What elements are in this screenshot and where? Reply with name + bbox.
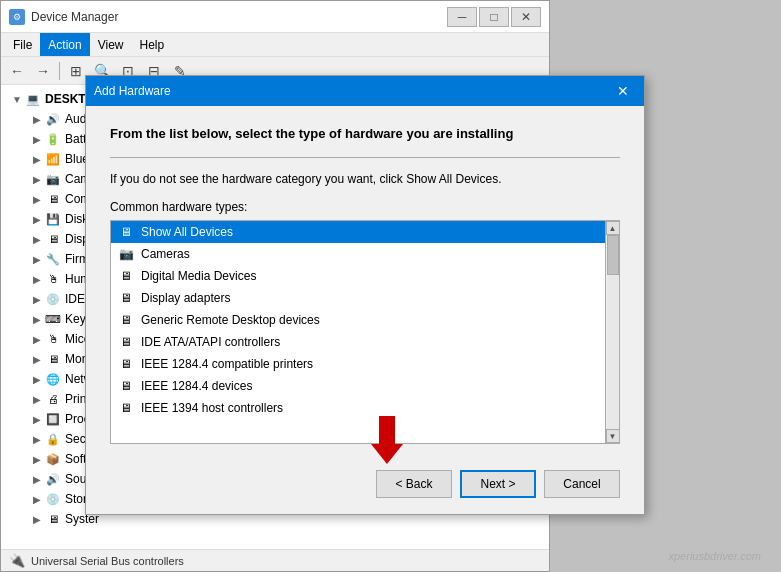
ieee-devices-icon: 🖥 — [117, 377, 135, 395]
list-label: Common hardware types: — [110, 200, 620, 214]
storage-icon: 💿 — [45, 491, 61, 507]
next-button[interactable]: Next > — [460, 470, 536, 498]
dialog-title-bar: Add Hardware ✕ — [86, 76, 644, 106]
generic-remote-icon: 🖥 — [117, 311, 135, 329]
bluetooth-icon: 📶 — [45, 151, 61, 167]
tree-expand-disk: ▶ — [29, 214, 45, 225]
status-text: Universal Serial Bus controllers — [31, 555, 184, 567]
network-icon: 🌐 — [45, 371, 61, 387]
list-scrollbar[interactable]: ▲ ▼ — [605, 221, 619, 443]
show-all-icon: 🖥 — [117, 223, 135, 241]
usb-icon: 🔌 — [9, 553, 25, 569]
security-icon: 🔒 — [45, 431, 61, 447]
hardware-list[interactable]: 🖥 Show All Devices 📷 Cameras 🖥 Digital M… — [111, 221, 605, 443]
minimize-button[interactable]: ─ — [447, 7, 477, 27]
list-item-label: IEEE 1394 host controllers — [141, 401, 283, 415]
tree-expand-monit: ▶ — [29, 354, 45, 365]
list-item-ieee-printers[interactable]: 🖥 IEEE 1284.4 compatible printers — [111, 353, 605, 375]
tree-expand-huma: ▶ — [29, 274, 45, 285]
menu-file[interactable]: File — [5, 33, 40, 56]
firmware-icon: 🔧 — [45, 251, 61, 267]
list-item-show-all[interactable]: 🖥 Show All Devices — [111, 221, 605, 243]
scroll-up-arrow[interactable]: ▲ — [606, 221, 620, 235]
scrollbar-track[interactable] — [607, 235, 619, 429]
tree-expand-audio: ▶ — [29, 114, 45, 125]
dialog-body: From the list below, select the type of … — [86, 106, 644, 460]
tree-expand-storag: ▶ — [29, 494, 45, 505]
list-item-label: Display adapters — [141, 291, 230, 305]
list-item-label: Generic Remote Desktop devices — [141, 313, 320, 327]
list-item-label: Cameras — [141, 247, 190, 261]
monitor-icon: 🖥 — [45, 351, 61, 367]
audio-icon: 🔊 — [45, 111, 61, 127]
toolbar-separator-1 — [59, 62, 60, 80]
add-hardware-dialog: Add Hardware ✕ From the list below, sele… — [85, 75, 645, 515]
menu-view[interactable]: View — [90, 33, 132, 56]
tree-expand-bluet: ▶ — [29, 154, 45, 165]
tree-expand-print: ▶ — [29, 394, 45, 405]
watermark: xperiusbdriver.com — [668, 550, 761, 562]
list-item-label: IEEE 1284.4 compatible printers — [141, 357, 313, 371]
device-manager-icon: ⚙ — [9, 9, 25, 25]
ide-icon: 💿 — [45, 291, 61, 307]
dialog-title: Add Hardware — [94, 84, 171, 98]
display-adapters-icon: 🖥 — [117, 289, 135, 307]
list-item-label: Show All Devices — [141, 225, 233, 239]
list-item-generic-remote[interactable]: 🖥 Generic Remote Desktop devices — [111, 309, 605, 331]
toolbar-forward[interactable]: → — [31, 60, 55, 82]
hid-icon: 🖱 — [45, 271, 61, 287]
title-bar-left: ⚙ Device Manager — [9, 9, 118, 25]
dialog-close-button[interactable]: ✕ — [610, 81, 636, 101]
dialog-title-controls: ✕ — [610, 81, 636, 101]
keyboard-icon: ⌨ — [45, 311, 61, 327]
hardware-list-container: 🖥 Show All Devices 📷 Cameras 🖥 Digital M… — [110, 220, 620, 444]
scrollbar-thumb[interactable] — [607, 235, 619, 275]
print-icon: 🖨 — [45, 391, 61, 407]
title-controls: ─ □ ✕ — [447, 7, 541, 27]
list-item-cameras[interactable]: 📷 Cameras — [111, 243, 605, 265]
mouse-icon: 🖱 — [45, 331, 61, 347]
dialog-footer: < Back Next > Cancel — [86, 460, 644, 514]
tree-expand-ide: ▶ — [29, 294, 45, 305]
menu-help[interactable]: Help — [132, 33, 173, 56]
window-title: Device Manager — [31, 10, 118, 24]
tree-expand-cam: ▶ — [29, 174, 45, 185]
list-item-label: Digital Media Devices — [141, 269, 256, 283]
processor-icon: 🔲 — [45, 411, 61, 427]
list-item-ieee-devices[interactable]: 🖥 IEEE 1284.4 devices — [111, 375, 605, 397]
tree-expand-batter: ▶ — [29, 134, 45, 145]
list-item-digital-media[interactable]: 🖥 Digital Media Devices — [111, 265, 605, 287]
tree-expand-root: ▼ — [9, 94, 25, 105]
menu-action[interactable]: Action — [40, 33, 89, 56]
back-button[interactable]: < Back — [376, 470, 452, 498]
tree-expand-firm: ▶ — [29, 254, 45, 265]
tree-expand-netw: ▶ — [29, 374, 45, 385]
tree-expand-keyb: ▶ — [29, 314, 45, 325]
cameras-icon: 📷 — [117, 245, 135, 263]
disk-icon: 💾 — [45, 211, 61, 227]
close-button[interactable]: ✕ — [511, 7, 541, 27]
tree-expand-sound: ▶ — [29, 474, 45, 485]
list-item-ide-atapi[interactable]: 🖥 IDE ATA/ATAPI controllers — [111, 331, 605, 353]
status-bar: 🔌 Universal Serial Bus controllers — [1, 549, 549, 571]
dialog-heading: From the list below, select the type of … — [110, 126, 620, 141]
maximize-button[interactable]: □ — [479, 7, 509, 27]
cancel-button[interactable]: Cancel — [544, 470, 620, 498]
list-item-label: IDE ATA/ATAPI controllers — [141, 335, 280, 349]
toolbar-back[interactable]: ← — [5, 60, 29, 82]
list-item-ieee-host[interactable]: 🖥 IEEE 1394 host controllers — [111, 397, 605, 419]
system-icon: 🖥 — [45, 511, 61, 527]
tree-expand-proc: ▶ — [29, 414, 45, 425]
tree-expand-disp: ▶ — [29, 234, 45, 245]
tree-expand-securi: ▶ — [29, 434, 45, 445]
ieee-host-icon: 🖥 — [117, 399, 135, 417]
tree-expand-comp: ▶ — [29, 194, 45, 205]
menu-bar: File Action View Help — [1, 33, 549, 57]
camera-icon: 📷 — [45, 171, 61, 187]
scroll-down-arrow[interactable]: ▼ — [606, 429, 620, 443]
sound-icon: 🔊 — [45, 471, 61, 487]
list-item-display-adapters[interactable]: 🖥 Display adapters — [111, 287, 605, 309]
title-bar: ⚙ Device Manager ─ □ ✕ — [1, 1, 549, 33]
dialog-info-text: If you do not see the hardware category … — [110, 172, 620, 186]
ide-atapi-icon: 🖥 — [117, 333, 135, 351]
